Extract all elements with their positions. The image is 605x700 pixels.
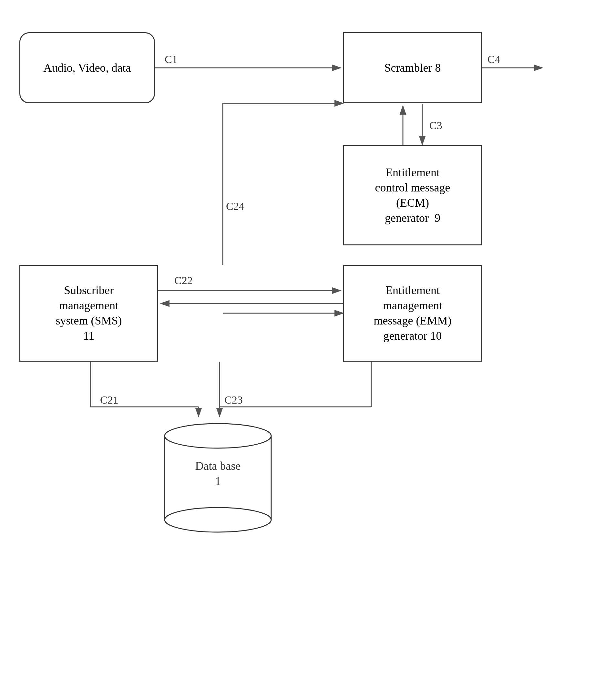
- emm-label: Entitlementmanagementmessage (EMM)genera…: [374, 283, 452, 343]
- ecm-label: Entitlementcontrol message(ECM)generator…: [375, 165, 450, 225]
- svg-point-3: [165, 424, 271, 448]
- scrambler-box: Scrambler 8: [343, 32, 482, 103]
- audio-video-label: Audio, Video, data: [43, 60, 131, 76]
- c21-label: C21: [100, 394, 119, 406]
- svg-point-1: [165, 507, 271, 532]
- ecm-box: Entitlementcontrol message(ECM)generator…: [343, 145, 482, 245]
- c4-label: C4: [487, 53, 500, 65]
- scrambler-label: Scrambler 8: [384, 60, 441, 76]
- sms-label: Subscribermanagementsystem (SMS)11: [55, 283, 122, 343]
- c1-label: C1: [165, 53, 178, 65]
- sms-box: Subscribermanagementsystem (SMS)11: [19, 265, 158, 361]
- database-box: Data base1: [158, 417, 278, 536]
- emm-box: Entitlementmanagementmessage (EMM)genera…: [343, 265, 482, 361]
- c23-label: C23: [224, 394, 243, 406]
- audio-video-box: Audio, Video, data: [19, 32, 155, 103]
- c3-label: C3: [429, 120, 442, 131]
- database-label: Data base1: [195, 459, 241, 488]
- c24-label: C24: [226, 200, 244, 212]
- c22-label: C22: [174, 274, 193, 286]
- diagram: Audio, Video, data Scrambler 8 Entitleme…: [0, 0, 605, 700]
